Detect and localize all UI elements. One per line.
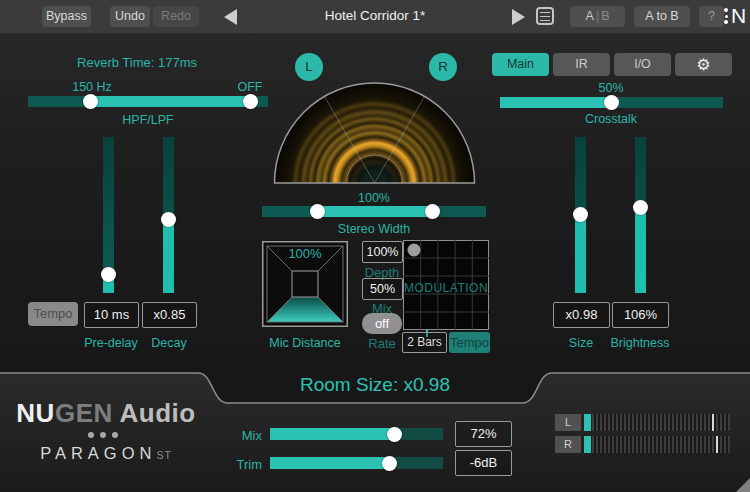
- ab-b-label: B: [601, 9, 609, 23]
- preset-title[interactable]: Hotel Corridor 1*: [280, 8, 470, 23]
- stereo-width-label: Stereo Width: [274, 222, 474, 236]
- brightness-handle[interactable]: [633, 200, 648, 215]
- decay-fader[interactable]: [163, 137, 174, 293]
- meter-right-peak: [716, 436, 718, 453]
- mix-handle[interactable]: [387, 427, 402, 442]
- product-suffix: ST: [156, 449, 171, 461]
- stereo-width-value: 100%: [274, 191, 474, 205]
- brand-nu: NU: [16, 398, 55, 428]
- top-toolbar: Bypass Undo Redo Hotel Corridor 1* A|B A…: [0, 0, 750, 34]
- decay-value-field[interactable]: x0.85: [142, 302, 197, 328]
- a-to-b-button[interactable]: A to B: [634, 6, 690, 27]
- brand-audio: Audio: [113, 398, 196, 428]
- tab-main[interactable]: Main: [492, 53, 549, 76]
- stereo-width-handle-right[interactable]: [425, 204, 440, 219]
- meter-left-label: L: [555, 414, 581, 431]
- brightness-fader[interactable]: [635, 137, 646, 293]
- crosstalk-handle[interactable]: [604, 95, 619, 110]
- room-size-readout: Room Size: x0.98: [225, 374, 525, 396]
- mod-rate-toggle[interactable]: off: [362, 313, 402, 334]
- meter-left-peak: [712, 414, 714, 431]
- lpf-handle[interactable]: [243, 94, 258, 109]
- settings-button[interactable]: ⚙: [675, 53, 732, 76]
- tab-ir[interactable]: IR: [553, 53, 610, 76]
- mod-sync-field[interactable]: 2 Bars: [402, 332, 447, 353]
- tab-io[interactable]: I/O: [614, 53, 671, 76]
- hpf-lpf-range-fill: [90, 96, 250, 107]
- reverb-time-readout: Reverb Time: 177ms: [37, 55, 237, 70]
- decay-fill: [163, 219, 174, 293]
- size-fader[interactable]: [575, 137, 586, 293]
- modulation-xy-pad[interactable]: MODULATION: [403, 240, 489, 330]
- predelay-tempo-toggle[interactable]: Tempo: [28, 302, 78, 326]
- meter-right-signal: [584, 436, 591, 453]
- modulation-cursor[interactable]: [408, 244, 421, 257]
- radar-semicircle: [275, 83, 475, 183]
- left-channel-button[interactable]: L: [295, 53, 323, 81]
- meter-right-label: R: [555, 436, 581, 453]
- stereo-width-handle-left[interactable]: [310, 204, 325, 219]
- modulation-title: MODULATION: [404, 281, 488, 295]
- stereo-width-slider[interactable]: [262, 206, 486, 217]
- predelay-handle[interactable]: [101, 267, 116, 282]
- trim-slider[interactable]: [270, 457, 443, 469]
- brightness-fill: [635, 212, 646, 293]
- trim-value-field[interactable]: -6dB: [455, 450, 512, 476]
- size-fill: [575, 219, 586, 293]
- meter-right-bar: [584, 436, 730, 453]
- brightness-label: Brightness: [590, 336, 690, 350]
- ab-compare-button[interactable]: A|B: [570, 6, 625, 27]
- mic-distance-label: Mic Distance: [255, 336, 355, 350]
- hpf-lpf-slider[interactable]: [28, 96, 268, 107]
- next-preset-icon[interactable]: [512, 9, 525, 25]
- trim-handle[interactable]: [382, 456, 397, 471]
- filter-label: HPF/LPF: [48, 113, 248, 127]
- mod-mix-field[interactable]: 50%: [362, 278, 403, 300]
- brand-gen: GEN: [55, 398, 113, 428]
- right-channel-button[interactable]: R: [429, 53, 457, 81]
- previous-preset-icon[interactable]: [224, 9, 237, 25]
- trim-fill: [270, 457, 389, 469]
- predelay-fader[interactable]: [103, 137, 114, 293]
- size-value-field[interactable]: x0.98: [553, 302, 610, 328]
- redo-button[interactable]: Redo: [153, 6, 199, 27]
- nugen-logo-dots-icon: [724, 8, 728, 27]
- stereo-width-fill: [317, 206, 432, 217]
- hpf-value-label: 150 Hz: [52, 80, 132, 94]
- resize-grip[interactable]: [736, 478, 750, 492]
- decay-label: Decay: [119, 336, 219, 350]
- brand-dots-icon: [88, 432, 118, 438]
- gear-icon: ⚙: [696, 56, 710, 73]
- predelay-value-field[interactable]: 10 ms: [84, 302, 139, 328]
- trim-label: Trim: [222, 457, 262, 472]
- hpf-handle[interactable]: [83, 94, 98, 109]
- mix-slider[interactable]: [270, 428, 443, 440]
- mod-depth-field[interactable]: 100%: [362, 241, 403, 263]
- crosstalk-label: Crosstalk: [511, 112, 711, 126]
- ab-a-label: A: [586, 9, 594, 23]
- mod-tempo-button[interactable]: Tempo: [449, 332, 490, 353]
- nugen-logo-icon[interactable]: N: [731, 4, 746, 28]
- reverb-radar-display: [272, 81, 477, 185]
- mix-fill: [270, 428, 394, 440]
- nugen-audio-wordmark: NUGEN Audio: [8, 398, 204, 429]
- paragon-plugin-window: Bypass Undo Redo Hotel Corridor 1* A|B A…: [0, 0, 750, 492]
- meter-left-bar: [584, 414, 730, 431]
- crosstalk-fill: [500, 97, 611, 108]
- mix-label: Mix: [222, 428, 262, 443]
- crosstalk-value: 50%: [511, 81, 711, 95]
- meter-left-signal: [584, 414, 591, 431]
- size-handle[interactable]: [573, 207, 588, 222]
- menu-lines-icon: [540, 12, 550, 21]
- decay-handle[interactable]: [161, 212, 176, 227]
- mic-distance-value: 100%: [255, 246, 355, 261]
- brightness-value-field[interactable]: 106%: [612, 302, 669, 328]
- preset-menu-icon[interactable]: [536, 7, 554, 25]
- bypass-button[interactable]: Bypass: [42, 6, 91, 27]
- help-button[interactable]: ?: [699, 6, 724, 27]
- product-name: PARAGON: [40, 444, 156, 462]
- mix-value-field[interactable]: 72%: [455, 421, 512, 447]
- crosstalk-slider[interactable]: [500, 97, 723, 108]
- product-wordmark: PARAGONST: [8, 444, 204, 463]
- undo-button[interactable]: Undo: [110, 6, 150, 27]
